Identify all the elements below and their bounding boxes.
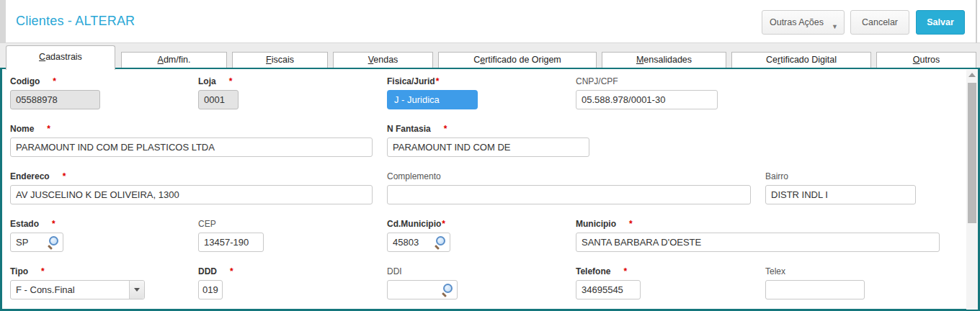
n-fantasia-label: N Fantasia (387, 124, 431, 134)
ddd-input[interactable] (198, 280, 223, 299)
clientes-alterar-window: Clientes - ALTERAR Outras Ações ▼ Cancel… (0, 0, 980, 311)
search-icon[interactable] (441, 284, 453, 296)
cep-label: CEP (198, 219, 216, 229)
cancelar-button[interactable]: Cancelar (850, 10, 909, 35)
codigo-input[interactable] (10, 90, 100, 109)
municipio-label: Municipio (576, 219, 616, 229)
scroll-up-icon[interactable] (968, 73, 976, 77)
field-cnpj-cpf: CNPJ/CPF (576, 74, 718, 109)
field-codigo: Codigo* (10, 74, 100, 109)
cd-municipio-lookup-field (387, 233, 450, 252)
bairro-input[interactable] (765, 185, 916, 204)
tab-adm-fin[interactable]: Adm/fin. (121, 52, 227, 68)
municipio-input[interactable] (576, 233, 940, 252)
telefone-input[interactable] (576, 280, 641, 299)
cadastrais-form-panel: Codigo* Loja* Fisica/Jurid* J - Juridica… (0, 68, 980, 311)
complemento-input[interactable] (387, 185, 751, 204)
complemento-label: Complemento (387, 171, 441, 181)
nome-label: Nome (10, 124, 34, 134)
endereco-input[interactable] (10, 185, 373, 204)
tipo-label: Tipo (10, 266, 28, 276)
field-fisica-jurid: Fisica/Jurid* J - Juridica (387, 74, 478, 109)
field-ddi: DDI (387, 264, 458, 299)
window-edge-right (976, 0, 977, 43)
telex-label: Telex (765, 266, 785, 276)
required-asterisk: * (229, 76, 233, 86)
tab-outros[interactable]: Outros (876, 52, 976, 68)
tab-cadastrais[interactable]: Cadastrais (6, 45, 115, 70)
tab-mensalidades[interactable]: Mensalidades (602, 52, 726, 68)
tab-certificado-digital[interactable]: Certificado Digital (731, 52, 871, 68)
cd-municipio-input[interactable] (388, 233, 432, 251)
cnpj-cpf-input[interactable] (576, 90, 718, 109)
required-asterisk: * (230, 266, 233, 276)
tab-bar: Cadastrais Adm/fin. Fiscais Vendas Certi… (0, 43, 980, 68)
bairro-label: Bairro (765, 171, 788, 181)
ddi-label: DDI (387, 266, 402, 276)
ddi-input[interactable] (388, 281, 440, 299)
telefone-label: Telefone (576, 266, 610, 276)
tab-fiscais[interactable]: Fiscais (232, 52, 328, 68)
salvar-button[interactable]: Salvar (916, 10, 965, 35)
codigo-label: Codigo (10, 76, 40, 86)
required-asterisk: * (623, 266, 627, 276)
page-title: Clientes - ALTERAR (16, 14, 135, 29)
vertical-scrollbar[interactable] (966, 70, 978, 310)
required-asterisk: * (63, 171, 66, 181)
telex-input[interactable] (765, 280, 865, 299)
scrollbar-thumb[interactable] (968, 83, 976, 223)
field-complemento: Complemento (387, 169, 751, 204)
required-asterisk: * (41, 266, 45, 276)
field-nome: Nome* (10, 122, 373, 157)
dropdown-arrow-icon[interactable] (129, 281, 144, 299)
loja-label: Loja (198, 76, 216, 86)
fisica-jurid-label: Fisica/Jurid (387, 76, 435, 86)
required-asterisk: * (436, 76, 440, 86)
estado-input[interactable] (11, 233, 45, 251)
field-ddd: DDD* (198, 264, 233, 299)
field-bairro: Bairro (765, 169, 916, 204)
tab-vendas[interactable]: Vendas (333, 52, 433, 68)
ddi-lookup-field (387, 280, 458, 299)
search-icon[interactable] (434, 236, 446, 248)
cnpj-cpf-label: CNPJ/CPF (576, 76, 618, 86)
tipo-combobox (10, 280, 145, 299)
required-asterisk: * (47, 124, 50, 134)
field-n-fantasia: N Fantasia* (387, 122, 589, 157)
field-telefone: Telefone* (576, 264, 641, 299)
required-asterisk: * (444, 124, 447, 134)
field-tipo: Tipo* (10, 264, 145, 299)
field-endereco: Endereco* (10, 169, 373, 204)
outras-acoes-label: Outras Ações (770, 17, 824, 27)
n-fantasia-input[interactable] (387, 138, 589, 157)
endereco-label: Endereco (10, 171, 50, 181)
loja-input[interactable] (198, 90, 239, 109)
ddd-label: DDD (198, 266, 217, 276)
required-asterisk: * (52, 219, 55, 229)
required-asterisk: * (442, 219, 445, 229)
chevron-down-icon: ▼ (832, 23, 838, 30)
fisica-jurid-select[interactable]: J - Juridica (387, 90, 478, 109)
field-cd-municipio: Cd.Municipio* (387, 217, 450, 252)
field-loja: Loja* (198, 74, 239, 109)
outras-acoes-button[interactable]: Outras Ações ▼ (762, 10, 845, 35)
tipo-input[interactable] (11, 281, 128, 299)
estado-label: Estado (10, 219, 39, 229)
field-telex: Telex (765, 264, 865, 299)
field-estado: Estado* (10, 217, 63, 252)
cep-input[interactable] (198, 233, 264, 252)
estado-lookup-field (10, 233, 63, 252)
field-cep: CEP (198, 217, 264, 252)
field-municipio: Municipio* (576, 217, 940, 252)
search-icon[interactable] (47, 236, 59, 248)
nome-input[interactable] (10, 138, 373, 157)
header-bar: Clientes - ALTERAR Outras Ações ▼ Cancel… (0, 0, 980, 43)
window-edge-left (0, 0, 6, 43)
required-asterisk: * (629, 219, 633, 229)
cd-municipio-label: Cd.Municipio (387, 219, 441, 229)
required-asterisk: * (53, 76, 56, 86)
tab-certificado-de-origem[interactable]: Certificado de Origem (438, 52, 597, 68)
